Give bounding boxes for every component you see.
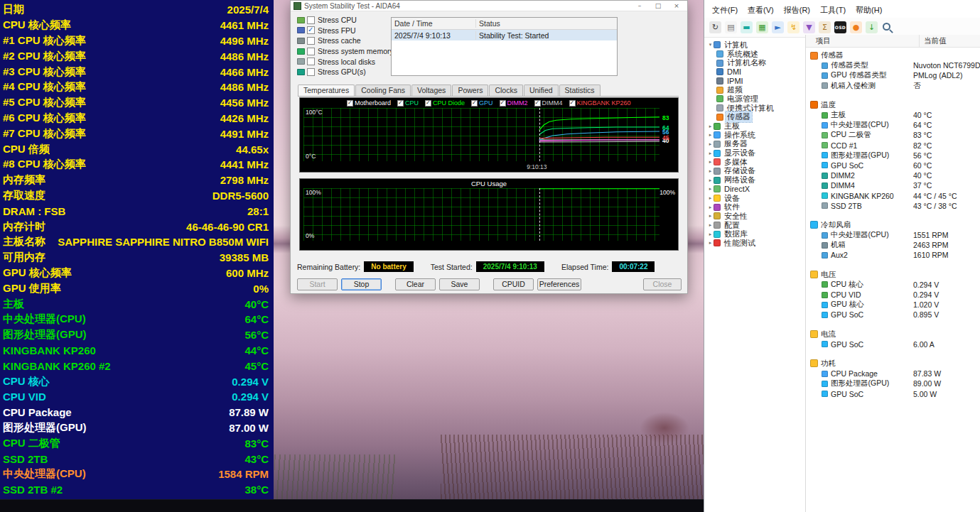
tree-item[interactable]: ▸性能测试 [704, 239, 805, 248]
sensor-row[interactable]: 图形处理器(GPU)89.00 W [806, 378, 980, 388]
stress-option[interactable]: Stress cache [297, 36, 389, 46]
tree-expand-icon[interactable]: ▸ [707, 141, 714, 147]
tree-expand-icon[interactable]: ▸ [707, 124, 714, 129]
sensor-row[interactable]: 中央处理器(CPU)1551 RPM [806, 230, 980, 240]
tab-statistics[interactable]: Statistics [559, 85, 601, 96]
tab-powers[interactable]: Powers [452, 85, 488, 96]
sensor-row[interactable]: CPU VID0.294 V [806, 290, 980, 300]
tab-cooling-fans[interactable]: Cooling Fans [355, 85, 411, 96]
tree-expand-icon[interactable]: ▸ [707, 132, 714, 138]
sensor-row[interactable]: CPU 核心0.294 V [806, 280, 980, 290]
abacus-icon[interactable]: Σ [819, 21, 831, 33]
tab-voltages[interactable]: Voltages [411, 85, 451, 96]
sensor-row[interactable]: 图形处理器(GPU)56 °C [806, 151, 980, 160]
quick-report-icon[interactable]: ▬ [741, 21, 753, 33]
tree-item[interactable]: IPMI [704, 77, 805, 86]
sensor-row[interactable]: GPU SoC6.00 A [806, 339, 980, 349]
tab-unified[interactable]: Unified [524, 85, 559, 96]
tree-expand-icon[interactable]: ▸ [707, 205, 714, 210]
sensor-row[interactable]: CCD #182 °C [806, 141, 980, 151]
stress-checkbox[interactable] [307, 26, 315, 34]
cascade-icon[interactable]: ► [772, 21, 784, 33]
legend-checkbox[interactable] [347, 100, 353, 107]
sensor-row[interactable]: KINGBANK KP26044 °C / 45 °C [806, 190, 980, 200]
menu-item[interactable]: 帮助(H) [851, 4, 887, 18]
legend-checkbox[interactable] [397, 100, 404, 107]
sensor-row[interactable]: 机箱入侵检测否 [806, 81, 980, 91]
sensor-row[interactable]: 传感器类型Nuvoton NCT6799D (ISA [806, 60, 980, 70]
report-icon[interactable]: ▤ [725, 21, 737, 33]
stress-checkbox[interactable] [307, 16, 315, 24]
stop-button[interactable]: Stop [341, 278, 382, 290]
clear-button[interactable]: Clear [395, 278, 436, 290]
legend-item[interactable]: GPU [471, 99, 493, 107]
taskbar[interactable] [0, 499, 704, 512]
sensor-row[interactable]: Aux21610 RPM [806, 250, 980, 260]
legend-checkbox[interactable] [569, 100, 576, 107]
tree-expand-icon[interactable]: ▸ [707, 178, 714, 183]
stress-option[interactable]: Stress GPU(s) [297, 67, 389, 77]
tree-item[interactable]: ▸配置 [704, 221, 805, 230]
legend-item[interactable]: KINGBANK KP260 [569, 99, 631, 107]
legend-checkbox[interactable] [471, 100, 478, 107]
stress-checkbox[interactable] [307, 37, 315, 45]
tab-clocks[interactable]: Clocks [489, 85, 523, 96]
tree-expand-icon[interactable]: ▸ [707, 168, 714, 174]
stress-option[interactable]: Stress CPU [297, 15, 389, 26]
osd-icon[interactable]: OSD [834, 21, 846, 33]
cpuid-button[interactable]: CPUID [493, 278, 534, 290]
column-header-item[interactable]: 项目 [806, 35, 920, 47]
tree-expand-icon[interactable]: ▸ [707, 159, 714, 165]
sensor-row[interactable]: SSD 2TB43 °C / 38 °C [806, 201, 980, 211]
tab-temperatures[interactable]: Temperatures [298, 85, 355, 96]
menu-item[interactable]: 报告(R) [779, 4, 815, 18]
tree-expand-icon[interactable]: ▸ [707, 232, 714, 237]
tree-item[interactable]: ▸软件 [704, 202, 805, 212]
stress-checkbox[interactable] [307, 48, 315, 55]
tree-expand-icon[interactable]: ▸ [707, 240, 714, 246]
sensor-row[interactable]: CPU 二极管83 °C [806, 130, 980, 140]
log-column-time[interactable]: Date / Time [392, 19, 476, 28]
log-column-status[interactable]: Status [476, 19, 617, 28]
tree-item[interactable]: ▸网络设备 [704, 175, 805, 185]
tree-item[interactable]: 计算机名称 [704, 58, 805, 67]
tree-expand-icon[interactable]: ▸ [707, 222, 714, 228]
tree-item[interactable]: 传感器 [704, 113, 805, 122]
close-icon[interactable]: × [667, 2, 686, 9]
sensor-row[interactable]: GPU SoC60 °C [806, 160, 980, 170]
maximize-icon[interactable]: □ [649, 2, 667, 9]
tree-item[interactable]: ▸设备 [704, 194, 805, 203]
refresh-icon[interactable]: ↻ [709, 21, 721, 33]
legend-checkbox[interactable] [534, 100, 541, 107]
legend-item[interactable]: DIMM2 [500, 99, 528, 107]
tree-expand-icon[interactable]: ▸ [707, 186, 714, 192]
sensor-row[interactable]: GPU 传感器类型PMLog (ADL2) [806, 70, 980, 80]
tree-item[interactable]: ▸操作系统 [704, 131, 805, 140]
legend-item[interactable]: CPU [397, 99, 419, 107]
stress-option[interactable]: Stress FPU [297, 26, 389, 36]
tree-item[interactable]: DMI [704, 67, 805, 77]
sensorpanel-icon[interactable]: ● [850, 21, 862, 33]
legend-item[interactable]: CPU Diode [425, 99, 465, 107]
menu-item[interactable]: 工具(T) [815, 4, 851, 18]
sensor-row[interactable]: 机箱2463 RPM [806, 240, 980, 250]
menu-item[interactable]: 文件(F) [707, 4, 743, 18]
legend-checkbox[interactable] [500, 100, 506, 107]
menu-item[interactable]: 查看(V) [743, 4, 779, 18]
column-header-value[interactable]: 当前值 [920, 36, 980, 46]
sensor-row[interactable]: 主板40 °C [806, 110, 980, 120]
sensor-row[interactable]: GPU SoC0.895 V [806, 310, 980, 320]
legend-checkbox[interactable] [425, 100, 431, 107]
tree-collapse-icon[interactable]: ▾ [707, 42, 714, 48]
stress-option[interactable]: Stress local disks [297, 56, 389, 67]
tree-expand-icon[interactable]: ▸ [707, 151, 714, 156]
tree-expand-icon[interactable]: ▸ [707, 195, 714, 201]
preferences-button[interactable]: Preferences [537, 278, 581, 290]
stability-test-titlebar[interactable]: System Stability Test - AIDA64 – □ × [291, 1, 687, 11]
lightning-icon[interactable]: ↯ [787, 21, 799, 33]
tree-item[interactable]: 便携式计算机 [704, 104, 805, 113]
benchmark-icon[interactable]: ▦ [756, 21, 768, 33]
filter-icon[interactable]: ▼ [803, 21, 815, 33]
tree-item[interactable]: ▸安全性 [704, 212, 805, 221]
sensor-row[interactable]: GPU SoC5.00 W [806, 388, 980, 398]
